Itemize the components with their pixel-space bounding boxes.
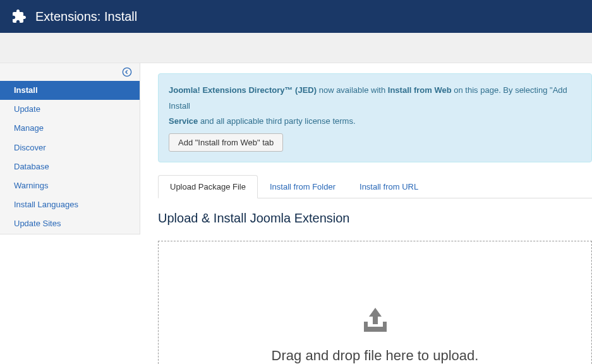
info-text-part: now available with [317, 85, 388, 95]
sidebar-collapse-row [0, 63, 140, 81]
sidebar-item-label: Install Languages [14, 200, 78, 209]
dropzone-text: Drag and drop file here to upload. [272, 348, 479, 364]
sidebar-item-label: Update Sites [14, 219, 61, 228]
collapse-left-icon[interactable] [122, 67, 132, 77]
info-text: Joomla! Extensions Directory™ (JED) now … [169, 85, 567, 126]
tab-install-from-url[interactable]: Install from URL [347, 175, 430, 198]
tab-label: Install from Folder [270, 182, 335, 191]
info-text-part: and all applicable third party license t… [198, 116, 355, 126]
sidebar-item-label: Warnings [14, 181, 48, 190]
toolbar-area [0, 33, 592, 63]
sidebar-item-update-sites[interactable]: Update Sites [0, 214, 140, 233]
add-install-from-web-button[interactable]: Add "Install from Web" tab [169, 133, 283, 152]
svg-rect-3 [383, 322, 387, 327]
svg-rect-2 [364, 322, 368, 327]
puzzle-icon [11, 9, 27, 24]
sidebar-item-discover[interactable]: Discover [0, 138, 140, 157]
sidebar-item-warnings[interactable]: Warnings [0, 176, 140, 195]
main-content: Joomla! Extensions Directory™ (JED) now … [140, 63, 592, 364]
page-header: Extensions: Install [0, 0, 592, 33]
sidebar-item-update[interactable]: Update [0, 100, 140, 119]
section-heading: Upload & Install Joomla Extension [158, 211, 592, 226]
sidebar-item-label: Discover [14, 143, 46, 152]
sidebar-list: Install Update Manage Discover Database … [0, 81, 140, 234]
sidebar-item-label: Manage [14, 123, 44, 133]
page-title: Extensions: Install [35, 9, 137, 24]
sidebar-item-install[interactable]: Install [0, 81, 140, 100]
sidebar-item-label: Database [14, 162, 49, 171]
sidebar: Install Update Manage Discover Database … [0, 63, 140, 234]
sidebar-item-label: Install [14, 85, 38, 95]
tab-label: Install from URL [359, 182, 418, 191]
info-strong-service: Service [169, 116, 198, 126]
svg-rect-1 [364, 327, 387, 332]
info-strong-jed: Joomla! Extensions Directory™ (JED) [169, 85, 317, 95]
tabs: Upload Package File Install from Folder … [158, 175, 592, 198]
body: Install Update Manage Discover Database … [0, 63, 592, 364]
sidebar-item-manage[interactable]: Manage [0, 119, 140, 138]
info-notice: Joomla! Extensions Directory™ (JED) now … [158, 73, 592, 162]
tab-install-from-folder[interactable]: Install from Folder [258, 175, 347, 198]
upload-dropzone[interactable]: Drag and drop file here to upload. [158, 241, 592, 364]
tab-label: Upload Package File [170, 182, 246, 191]
sidebar-item-database[interactable]: Database [0, 157, 140, 176]
upload-icon [360, 306, 390, 336]
sidebar-item-install-languages[interactable]: Install Languages [0, 195, 140, 214]
tab-upload-package-file[interactable]: Upload Package File [158, 175, 258, 198]
info-strong-install-from-web: Install from Web [388, 85, 452, 95]
sidebar-item-label: Update [14, 104, 40, 114]
svg-point-0 [123, 68, 131, 76]
